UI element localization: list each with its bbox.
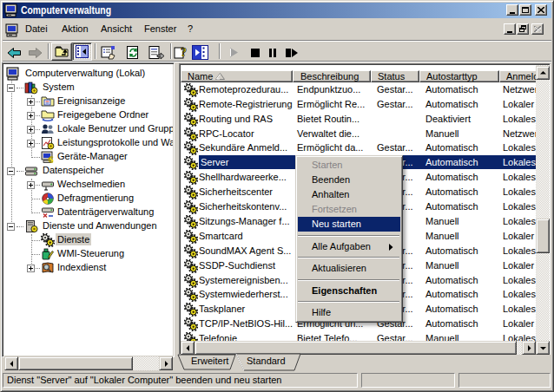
svg-text:?: ? (181, 46, 187, 59)
